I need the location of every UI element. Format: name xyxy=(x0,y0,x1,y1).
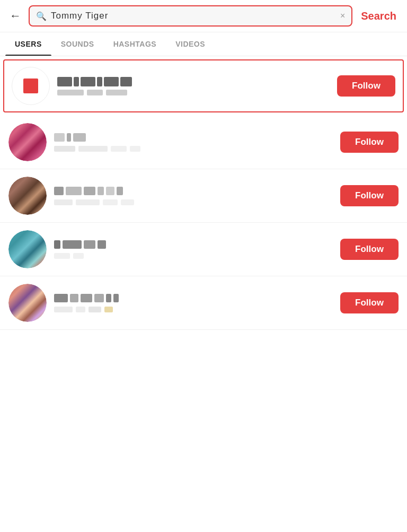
list-item: Follow xyxy=(0,169,407,223)
avatar-image xyxy=(8,230,47,268)
avatar-placeholder xyxy=(23,79,38,93)
user-subtext xyxy=(54,146,333,152)
avatar xyxy=(8,123,47,161)
search-icon: 🔍 xyxy=(36,11,47,21)
search-button[interactable]: Search xyxy=(358,8,400,24)
back-button[interactable]: ← xyxy=(7,7,23,25)
user-subtext xyxy=(54,307,333,312)
list-item: Follow xyxy=(0,276,407,330)
avatar xyxy=(12,67,50,105)
user-subtext xyxy=(54,199,333,205)
user-list: Follow Follow xyxy=(0,59,407,330)
tab-bar: USERS SOUNDS HASHTAGS VIDEOS xyxy=(0,32,407,56)
user-info xyxy=(54,187,333,205)
avatar-image xyxy=(8,177,47,215)
username-display xyxy=(57,77,330,86)
search-input[interactable] xyxy=(51,11,336,21)
tab-hashtags[interactable]: HASHTAGS xyxy=(104,32,166,56)
avatar-image xyxy=(8,284,47,322)
tab-videos[interactable]: VIDEOS xyxy=(166,32,215,56)
tab-sounds[interactable]: SOUNDS xyxy=(51,32,104,56)
user-subtext xyxy=(54,253,333,259)
list-item: Follow xyxy=(0,116,407,169)
follow-button[interactable]: Follow xyxy=(337,75,395,97)
user-info xyxy=(57,77,330,95)
follow-button[interactable]: Follow xyxy=(340,185,399,206)
list-item: Follow xyxy=(0,223,407,276)
username-display xyxy=(54,294,333,302)
avatar xyxy=(8,177,47,215)
header: ← 🔍 × Search xyxy=(0,0,407,32)
avatar xyxy=(8,284,47,322)
user-subtext xyxy=(57,90,330,95)
user-info xyxy=(54,240,333,259)
search-box: 🔍 × xyxy=(29,5,352,27)
user-info xyxy=(54,133,333,152)
list-item: Follow xyxy=(3,59,404,112)
user-info xyxy=(54,294,333,312)
clear-icon[interactable]: × xyxy=(340,11,345,21)
username-display xyxy=(54,240,333,249)
follow-button[interactable]: Follow xyxy=(340,239,399,260)
follow-button[interactable]: Follow xyxy=(340,132,399,153)
follow-button[interactable]: Follow xyxy=(340,292,399,313)
username-display xyxy=(54,187,333,195)
avatar xyxy=(8,230,47,268)
tab-users[interactable]: USERS xyxy=(5,32,51,56)
username-display xyxy=(54,133,333,142)
avatar-image xyxy=(8,123,47,161)
